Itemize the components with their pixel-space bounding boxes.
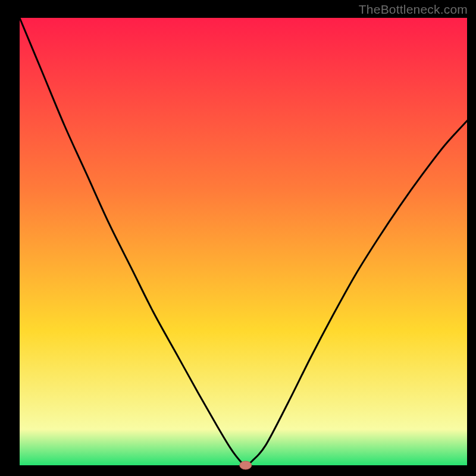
optimal-point-marker — [240, 461, 252, 469]
gradient-background — [20, 18, 467, 465]
watermark: TheBottleneck.com — [359, 2, 468, 17]
chart-frame: { "watermark": "TheBottleneck.com", "col… — [0, 0, 476, 476]
chart-svg — [0, 0, 476, 476]
